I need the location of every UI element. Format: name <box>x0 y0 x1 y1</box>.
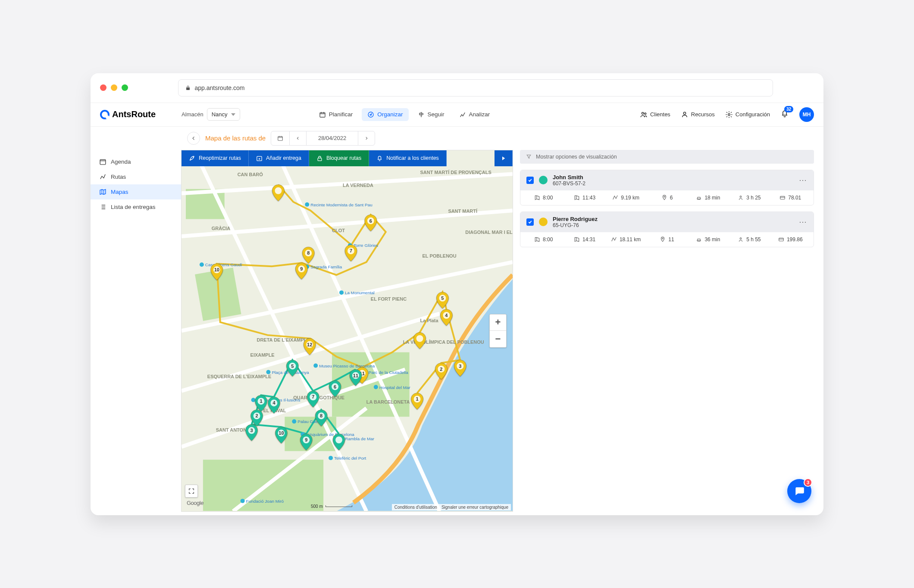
route-checkbox[interactable] <box>526 218 534 226</box>
drive-icon <box>696 236 702 243</box>
area-label: CAN BARÓ <box>238 171 263 177</box>
area-label: DIAGONAL MAR I EL FRONT MARÍTIM DEL POBL… <box>465 230 513 235</box>
poi-label: Rambla de Mar <box>345 436 375 441</box>
chevron-right-icon <box>364 136 369 140</box>
add-delivery-button[interactable]: Añadir entrega <box>249 150 309 166</box>
logo-text: AntsRoute <box>112 109 156 119</box>
route-header[interactable]: John Smith 607-BVS-57-2 ⋯ <box>520 170 814 190</box>
chat-unread-badge: 3 <box>804 478 812 487</box>
fullscreen-button[interactable] <box>185 485 198 498</box>
nav-analyze[interactable]: Analizar <box>454 108 496 121</box>
logo[interactable]: AntsRoute <box>100 109 156 119</box>
stat-dist: 18.11 km <box>605 236 646 243</box>
stat-end: 11:43 <box>564 195 605 201</box>
map-report-link[interactable]: Signaler une erreur cartographique <box>441 505 508 510</box>
window-max-dot[interactable] <box>122 84 128 91</box>
lock-routes-button[interactable]: Bloquear rutas <box>309 150 369 166</box>
nav-plan[interactable]: Planificar <box>313 108 359 121</box>
route-checkbox[interactable] <box>526 177 534 184</box>
date-prev-button[interactable] <box>289 131 306 145</box>
expand-panel-button[interactable] <box>495 150 513 166</box>
date-display[interactable]: 28/04/2022 <box>306 131 358 145</box>
route-stats: 8:0014:3118.11 km1136 min5 h 55199.86 <box>520 232 814 247</box>
stat-stops: 11 <box>646 236 687 243</box>
area-label: GRÀCIA <box>212 225 230 230</box>
svg-text:8: 8 <box>307 250 310 255</box>
svg-text:7: 7 <box>312 394 314 399</box>
svg-point-22 <box>313 363 318 367</box>
chevron-left-icon <box>191 136 196 141</box>
display-options-toggle[interactable]: Mostrar opciones de visualización <box>520 150 814 164</box>
sidebar-maps[interactable]: Mapas <box>91 184 181 199</box>
nav-config[interactable]: Configuración <box>725 111 770 118</box>
bell-icon <box>376 155 383 162</box>
route-more-button[interactable]: ⋯ <box>799 175 808 185</box>
area-label: ESQUERRA DE L'EIXAMPLE <box>207 373 271 379</box>
svg-text:10: 10 <box>279 430 284 436</box>
area-label: SANT MARTÍ <box>448 208 478 213</box>
back-button[interactable] <box>187 132 200 145</box>
poi-label: Recinte Modernista de Sant Pau <box>310 202 372 207</box>
avatar[interactable]: MH <box>799 107 814 122</box>
svg-point-2 <box>642 112 644 114</box>
svg-rect-0 <box>320 112 325 117</box>
nav-organize[interactable]: Organizar <box>362 108 408 121</box>
people-icon <box>640 111 648 118</box>
svg-point-27 <box>374 385 378 389</box>
svg-text:3: 3 <box>250 428 253 433</box>
reoptimize-button[interactable]: Reoptimizar rutas <box>182 150 249 166</box>
warehouse-select[interactable]: Nancy <box>207 108 240 121</box>
stops-icon <box>661 195 667 201</box>
signpost-icon <box>418 111 425 118</box>
route-card: John Smith 607-BVS-57-2 ⋯8:0011:439.19 k… <box>520 170 814 205</box>
dist-icon <box>611 236 617 243</box>
nav-resources[interactable]: Recursos <box>681 111 715 118</box>
area-label: EL POBLENOU <box>423 253 457 258</box>
map-container[interactable]: Reoptimizar rutas Añadir entrega Bloquea… <box>181 150 513 512</box>
zoom-in-button[interactable]: + <box>490 314 506 331</box>
date-calendar-button[interactable] <box>271 131 289 145</box>
svg-text:1: 1 <box>260 398 262 404</box>
notify-button[interactable]: Notificar a los clientes <box>369 150 447 166</box>
map-terms-link[interactable]: Conditions d'utilisation <box>394 505 437 510</box>
window-close-dot[interactable] <box>100 84 106 91</box>
rocket-icon <box>189 155 195 162</box>
svg-text:5: 5 <box>291 363 294 368</box>
sidebar-agenda[interactable]: Agenda <box>91 154 181 169</box>
area-label: La Plata <box>420 317 439 323</box>
route-more-button[interactable]: ⋯ <box>799 217 808 227</box>
sidebar-list[interactable]: Lista de entregas <box>91 199 181 215</box>
stat-start: 8:00 <box>523 236 564 243</box>
area-label: LA BARCELONETA <box>366 399 410 404</box>
svg-text:2: 2 <box>440 366 442 371</box>
window-min-dot[interactable] <box>111 84 117 91</box>
poi-label: Museu Picasso de Barcelona <box>319 363 375 368</box>
sidebar-routes[interactable]: Rutas <box>91 169 181 184</box>
address-bar[interactable]: app.antsroute.com <box>178 79 773 96</box>
notifications-button[interactable]: 32 <box>780 109 789 120</box>
cost-icon <box>778 236 784 243</box>
svg-rect-6 <box>278 136 283 140</box>
calendar-icon <box>99 158 106 165</box>
route-vehicle: 65-UYG-76 <box>553 222 598 228</box>
drive-icon <box>696 195 702 201</box>
map-canvas: CAN BARÓLA VERNEDASANT MARTÍ DE PROVENÇA… <box>182 150 513 511</box>
poi-label: La Monumental <box>345 290 375 295</box>
poi-label: Hospital del Mar <box>379 385 411 389</box>
nav-clients[interactable]: Clientes <box>640 111 670 118</box>
area-label: EIXAMPLE <box>250 352 275 357</box>
duration-icon <box>738 236 744 243</box>
svg-text:2: 2 <box>255 413 258 418</box>
svg-text:3: 3 <box>459 363 461 368</box>
date-next-button[interactable] <box>358 131 375 145</box>
route-header[interactable]: Pierre Rodriguez 65-UYG-76 ⋯ <box>520 212 814 232</box>
svg-point-5 <box>728 113 730 115</box>
chat-button[interactable]: 3 <box>787 479 811 503</box>
nav-follow[interactable]: Seguir <box>412 108 450 121</box>
svg-text:5: 5 <box>441 296 444 301</box>
svg-text:6: 6 <box>369 218 372 223</box>
svg-rect-85 <box>779 238 784 241</box>
end-icon <box>574 195 580 201</box>
zoom-out-button[interactable]: − <box>490 331 506 347</box>
svg-text:6: 6 <box>334 384 336 389</box>
